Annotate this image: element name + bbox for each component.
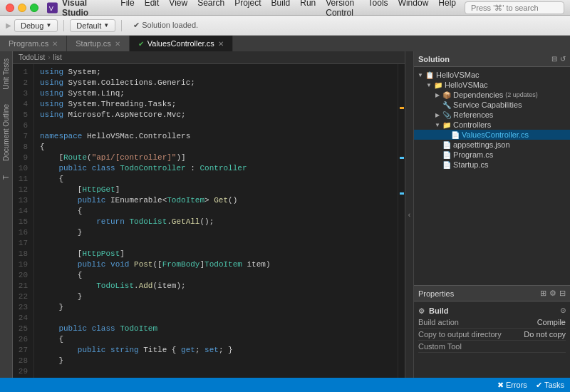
tree-item-references[interactable]: ▶ 📎 References	[414, 110, 570, 120]
tab-close-icon[interactable]: ✕	[218, 40, 224, 48]
prop-row-copy-to-output: Copy to output directory Do not copy	[418, 329, 566, 341]
close-button[interactable]	[6, 4, 14, 12]
tree-item-dependencies[interactable]: ▶ 📦 Dependencies (2 updates)	[414, 90, 570, 100]
menu-search[interactable]: Search	[193, 0, 229, 18]
prop-value-copy-to-output: Do not copy	[524, 330, 566, 339]
tabbar: Program.cs ✕ Startup.cs ✕ ✔ ValuesContro…	[0, 36, 570, 51]
menu-run[interactable]: Run	[296, 0, 320, 18]
file-icon: 📄	[451, 131, 460, 139]
tab-valuescontroller-cs[interactable]: ✔ ValuesController.cs ✕	[130, 36, 233, 51]
solution-icon: 📋	[425, 71, 434, 79]
tree-label-dependencies: Dependencies	[453, 91, 503, 99]
default-button[interactable]: Default ▼	[70, 19, 115, 32]
menu-file[interactable]: File	[116, 0, 138, 18]
status-tasks[interactable]: ✔ Tasks	[536, 381, 564, 390]
tree-arrow: ▼	[417, 72, 424, 78]
tree-label-valuescontroller: ValuesController.cs	[462, 130, 529, 139]
breadcrumb-item-list[interactable]: list	[53, 53, 62, 61]
debug-button[interactable]: Debug ▼	[14, 19, 58, 32]
code-editor[interactable]: using System; using System.Collections.G…	[34, 64, 398, 378]
grid-icon[interactable]: ⊞	[540, 289, 546, 298]
tree-label-program-cs: Program.cs	[453, 150, 493, 159]
collapse-icon[interactable]: ⊟	[559, 289, 566, 298]
vs-logo-icon: V	[47, 2, 58, 14]
menu-versioncontrol[interactable]: Version Control	[321, 0, 362, 18]
svg-text:V: V	[49, 4, 54, 11]
tab-label: Startup.cs	[76, 39, 111, 48]
tree-view: ▼ 📋 HelloVSMac ▼ 📁 HelloVSMac ▶ 📦 Depend…	[414, 67, 570, 172]
tree-label-root: HelloVSMac	[436, 71, 480, 79]
statusbar: ✖ Errors ✔ Tasks	[0, 378, 570, 392]
tree-label-project: HelloVSMac	[445, 81, 488, 89]
tree-label-controllers: Controllers	[453, 120, 491, 129]
menu-bar: File Edit View Search Project Build Run …	[116, 0, 460, 18]
left-sidebar: Unit Tests Document Outline T	[0, 51, 13, 378]
tree-item-service-capabilities[interactable]: 🔧 Service Capabilities	[414, 100, 570, 110]
tab-close-icon[interactable]: ✕	[52, 40, 58, 48]
prop-key-custom-tool: Custom Tool	[418, 342, 462, 351]
tab-close-icon[interactable]: ✕	[115, 40, 120, 48]
collapse-all-icon[interactable]: ⊟	[551, 55, 557, 63]
tab-startup-cs[interactable]: Startup.cs ✕	[67, 36, 130, 51]
scroll-indicators	[398, 64, 405, 378]
prop-section-build: ⚙ Build ⊙	[418, 304, 566, 316]
menu-build[interactable]: Build	[267, 0, 295, 18]
dependencies-badge: (2 updates)	[505, 91, 538, 98]
menu-window[interactable]: Window	[394, 0, 433, 18]
refresh-icon[interactable]: ↺	[560, 55, 566, 63]
cs-icon-2: 📄	[442, 161, 451, 169]
properties-body: ⚙ Build ⊙ Build action Compile Copy to o…	[414, 301, 570, 356]
menu-edit[interactable]: Edit	[140, 0, 164, 18]
global-search-input[interactable]	[465, 1, 564, 14]
collapse-button[interactable]: ‹	[405, 51, 413, 378]
menu-project[interactable]: Project	[230, 0, 265, 18]
sidebar-item-t[interactable]: T	[1, 171, 11, 184]
tree-arrow: ▶	[434, 112, 441, 118]
chevron-down-icon: ▼	[46, 22, 51, 29]
traffic-lights	[6, 4, 38, 12]
separator-2	[121, 20, 122, 31]
prop-row-custom-tool: Custom Tool	[418, 341, 566, 353]
tree-arrow: ▼	[434, 122, 441, 128]
status-text: ✔ Solution loaded.	[128, 21, 204, 30]
sidebar-item-document-outline[interactable]: Document Outline	[1, 100, 11, 165]
tree-item-controllers[interactable]: ▼ 📁 Controllers	[414, 120, 570, 130]
tree-item-startup-cs[interactable]: 📄 Startup.cs	[414, 160, 570, 170]
prop-key-copy-to-output: Copy to output directory	[418, 330, 502, 339]
default-label: Default	[76, 21, 101, 30]
tree-item-program-cs[interactable]: 📄 Program.cs	[414, 150, 570, 160]
menu-view[interactable]: View	[165, 0, 192, 18]
tree-item-appsettings[interactable]: 📄 appsettings.json	[414, 140, 570, 150]
properties-panel: Properties ⊞ ⚙ ⊟ ⚙ Build ⊙ Build action …	[414, 285, 570, 378]
tree-label-service-capabilities: Service Capabilities	[453, 100, 522, 109]
sidebar-item-unit-tests[interactable]: Unit Tests	[1, 54, 11, 94]
prop-value-build-action: Compile	[537, 318, 566, 326]
minimize-button[interactable]	[18, 4, 26, 12]
tab-program-cs[interactable]: Program.cs ✕	[0, 36, 67, 51]
tab-label: ValuesController.cs	[147, 39, 214, 48]
checkmark-icon: ✔	[138, 40, 144, 48]
folder-icon: 📁	[442, 121, 451, 129]
menu-tools[interactable]: Tools	[364, 0, 393, 18]
tree-item-valuescontroller[interactable]: 📄 ValuesController.cs	[414, 130, 570, 140]
service-capabilities-icon: 🔧	[442, 101, 451, 109]
breadcrumb-item[interactable]: TodoList	[19, 53, 45, 61]
status-errors[interactable]: ✖ Errors	[497, 381, 527, 390]
prop-row-build-action: Build action Compile	[418, 316, 566, 329]
project-icon: 📁	[434, 81, 442, 89]
menu-help[interactable]: Help	[434, 0, 460, 18]
properties-title: Properties	[418, 289, 454, 298]
prop-section-collapse[interactable]: ⊙	[560, 306, 566, 314]
tree-item-project[interactable]: ▼ 📁 HelloVSMac	[414, 80, 570, 90]
main-layout: Unit Tests Document Outline T TodoList ›…	[0, 51, 570, 378]
solution-explorer: Solution ⊟ ↺ ▼ 📋 HelloVSMac ▼ 📁 HelloVSM	[414, 51, 570, 285]
toolbar: ▶ Debug ▼ Default ▼ ✔ Solution loaded.	[0, 16, 570, 36]
errors-label: Errors	[506, 381, 527, 389]
play-icon: ▶	[6, 21, 11, 29]
settings-icon[interactable]: ⚙	[549, 289, 556, 298]
gear-icon: ⚙	[418, 307, 425, 315]
code-container[interactable]: 1234567891011121314151617181920212223242…	[13, 64, 405, 378]
tree-item-root[interactable]: ▼ 📋 HelloVSMac	[414, 70, 570, 80]
fullscreen-button[interactable]	[30, 4, 38, 12]
panel-header-icons: ⊟ ↺	[551, 55, 566, 63]
